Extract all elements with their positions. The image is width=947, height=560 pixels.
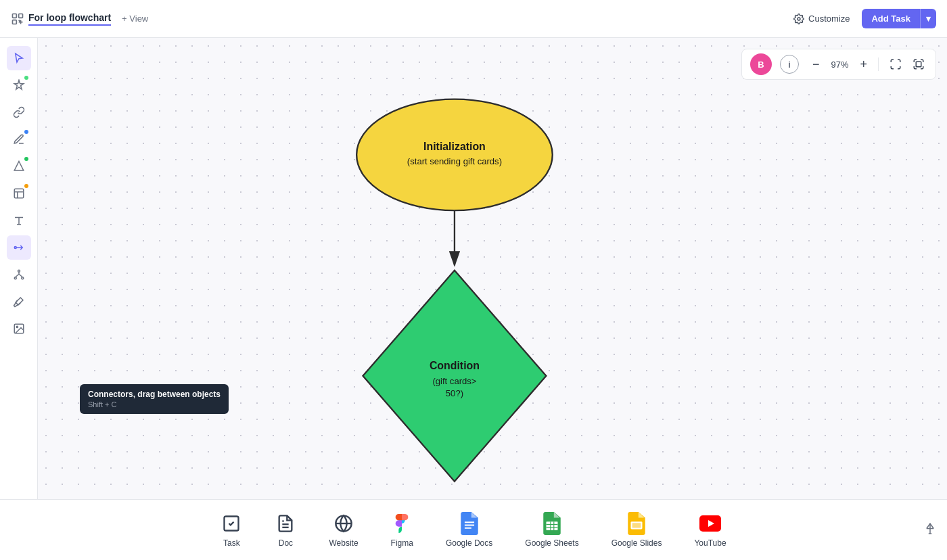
header: For loop flowchart + View Customize Add … — [0, 0, 947, 38]
bottom-bar: Task Doc Website — [0, 499, 947, 560]
shape-icon — [13, 160, 25, 172]
bottom-item-figma[interactable]: Figma — [375, 505, 430, 556]
svg-point-10 — [16, 326, 18, 327]
website-icon — [333, 513, 354, 534]
main-area: B i − 97% + — [0, 38, 947, 499]
task-icon — [221, 513, 242, 534]
zoom-separator — [878, 57, 879, 71]
sidebar-item-sticky[interactable] — [7, 181, 31, 206]
gear-icon — [793, 14, 804, 24]
condition-label: Condition — [430, 360, 480, 371]
svg-point-3 — [798, 18, 800, 20]
google-sheets-label: Google Sheets — [525, 538, 578, 548]
shape-dot — [24, 157, 28, 161]
svg-point-6 — [18, 270, 20, 272]
add-task-button[interactable]: Add Task ▾ — [862, 9, 936, 28]
fullscreen-icon — [913, 58, 925, 70]
pen-icon — [13, 133, 25, 145]
svg-rect-4 — [14, 189, 24, 198]
sidebar-item-text[interactable] — [7, 208, 31, 233]
init-ellipse — [356, 99, 553, 210]
avatar: B — [750, 53, 772, 75]
sidebar-item-link[interactable] — [7, 100, 31, 124]
sidebar-item-magic[interactable] — [7, 289, 31, 314]
page-title: For loop flowchart — [28, 12, 111, 26]
zoom-fit-button[interactable] — [887, 55, 904, 73]
sidebar-item-image[interactable] — [7, 317, 31, 341]
figma-label: Figma — [391, 538, 413, 548]
zoom-in-button[interactable]: + — [857, 57, 870, 72]
sticky-dot — [24, 184, 28, 188]
add-task-chevron[interactable]: ▾ — [921, 9, 936, 28]
youtube-label: YouTube — [694, 538, 726, 548]
sidebar-toolbar — [0, 38, 38, 499]
zoom-value: 97% — [827, 60, 852, 70]
init-label: Initialization — [423, 141, 486, 152]
google-docs-label: Google Docs — [446, 538, 492, 548]
connector-icon — [13, 241, 25, 254]
bottom-item-google-slides[interactable]: Google Slides — [595, 505, 678, 556]
sidebar-item-shape[interactable] — [7, 154, 31, 179]
bottom-item-google-docs[interactable]: Google Docs — [430, 505, 509, 556]
google-slides-label: Google Slides — [611, 538, 662, 548]
figma-icon — [391, 513, 413, 534]
svg-rect-1 — [19, 14, 23, 18]
pen-dot — [24, 130, 28, 134]
doc-label: Doc — [279, 538, 293, 548]
bottom-item-google-sheets[interactable]: Google Sheets — [509, 505, 595, 556]
add-view-button[interactable]: + View — [116, 11, 154, 26]
svg-point-7 — [14, 277, 16, 279]
google-slides-icon — [626, 513, 647, 534]
header-left: For loop flowchart + View — [11, 11, 154, 26]
init-sublabel: (start sending gift cards) — [407, 156, 502, 166]
flowchart-svg: Initialization (start sending gift cards… — [38, 38, 947, 499]
bottom-item-youtube[interactable]: YouTube — [678, 505, 742, 556]
cursor-icon — [13, 52, 25, 64]
header-title-group: For loop flowchart — [11, 12, 111, 26]
pin-button[interactable] — [924, 522, 936, 538]
sidebar-item-smart[interactable] — [7, 73, 31, 97]
customize-button[interactable]: Customize — [787, 9, 856, 28]
header-right: Customize Add Task ▾ — [787, 9, 936, 28]
sidebar-item-network[interactable] — [7, 262, 31, 287]
link-icon — [13, 106, 25, 118]
pin-icon — [924, 522, 936, 534]
sidebar-item-pen[interactable] — [7, 127, 31, 151]
text-icon — [13, 214, 25, 227]
magic-icon — [13, 296, 25, 308]
doc-icon — [275, 513, 296, 534]
youtube-icon — [699, 513, 721, 534]
bottom-item-task[interactable]: Task — [204, 505, 258, 556]
svg-point-8 — [21, 277, 23, 279]
svg-rect-0 — [13, 14, 17, 18]
image-icon — [13, 323, 25, 335]
sidebar-item-select[interactable] — [7, 46, 31, 70]
info-button[interactable]: i — [780, 55, 799, 74]
zoom-out-button[interactable]: − — [810, 57, 823, 72]
bottom-item-doc[interactable]: Doc — [258, 505, 313, 556]
zoom-fullscreen-button[interactable] — [910, 55, 927, 73]
sticky-icon — [13, 187, 25, 200]
network-icon — [13, 269, 25, 281]
smart-icon — [13, 79, 25, 91]
svg-rect-24 — [632, 523, 641, 528]
google-sheets-icon — [541, 513, 563, 534]
badge-dot — [24, 76, 28, 80]
svg-rect-11 — [916, 62, 921, 67]
svg-rect-18 — [546, 521, 557, 530]
sidebar-item-connector[interactable] — [7, 235, 31, 260]
website-label: Website — [329, 538, 358, 548]
diagram-icon — [11, 12, 24, 26]
zoom-controls: B i − 97% + — [741, 49, 936, 80]
svg-rect-2 — [13, 20, 17, 24]
task-label: Task — [223, 538, 240, 548]
condition-sublabel2: 50?) — [446, 388, 463, 398]
canvas-area[interactable]: B i − 97% + — [38, 38, 947, 499]
bottom-item-website[interactable]: Website — [313, 505, 374, 556]
fit-icon — [890, 58, 902, 70]
condition-sublabel1: (gift cards> — [432, 376, 476, 386]
google-docs-icon — [459, 513, 480, 534]
